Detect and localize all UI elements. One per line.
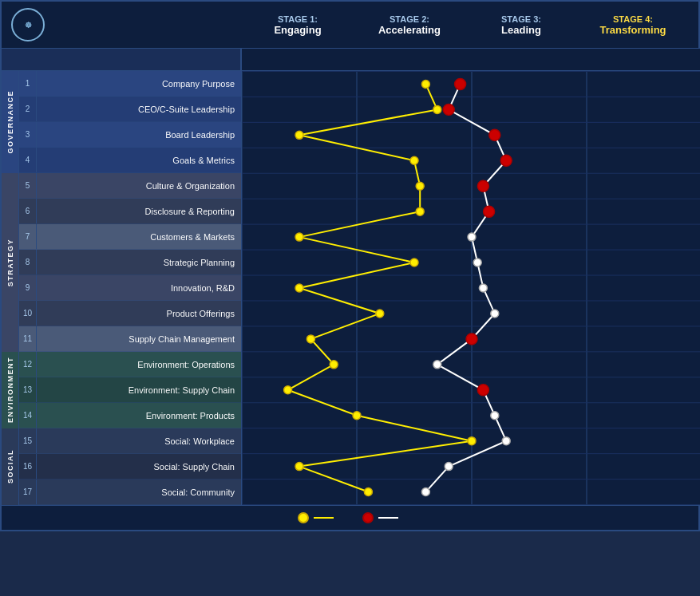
table-row: 15Social: Workplace (19, 428, 241, 454)
svg-point-52 (477, 385, 488, 396)
svg-point-43 (500, 155, 512, 166)
stage-header-2: STAGE 2: Accelerating (354, 11, 465, 39)
stage-header-3: STAGE 3: Leading (465, 11, 577, 39)
svg-point-39 (364, 488, 372, 496)
section-label-strategy: Strategy (2, 173, 19, 352)
table-row: 9Innovation, R&D (19, 275, 241, 301)
section-rows-governance: 1Company Purpose2CEO/C-Suite Leadership3… (19, 71, 241, 173)
row-label: Customers & Markets (37, 232, 241, 242)
svg-point-40 (455, 78, 466, 89)
stage-header-1: STAGE 1: Engaging (242, 11, 354, 39)
table-row: 11Supply Chain Management (19, 326, 241, 352)
svg-point-28 (416, 207, 424, 215)
table-row: 8Strategic Planning (19, 250, 241, 275)
row-number: 1 (19, 71, 37, 96)
svg-point-42 (489, 129, 500, 140)
section-label-governance: Governance (2, 71, 19, 173)
table-row: 7Customers & Markets (19, 224, 241, 250)
svg-point-46 (468, 233, 476, 241)
table-row: 12Environment: Operations (19, 352, 241, 377)
legend (2, 505, 698, 530)
section-strategy: Strategy5Culture & Organization6Disclosu… (2, 173, 241, 352)
svg-point-47 (473, 259, 481, 266)
svg-point-37 (468, 437, 476, 445)
section-rows-social: 15Social: Workplace16Social: Supply Chai… (19, 428, 241, 505)
svg-point-26 (410, 156, 418, 164)
left-panel: Governance1Company Purpose2CEO/C-Suite L… (2, 49, 241, 505)
svg-point-32 (376, 310, 384, 318)
svg-point-30 (410, 259, 418, 266)
svg-point-48 (479, 284, 487, 292)
legend-abc (298, 512, 338, 523)
section-label-environment: Environment (2, 352, 19, 428)
row-number: 3 (19, 122, 37, 147)
stage-label-1: STAGE 1: (242, 14, 354, 24)
row-label: Environment: Operations (37, 360, 241, 369)
section-rows-environment: 12Environment: Operations13Environment: … (19, 352, 241, 428)
row-label: Supply Chain Management (37, 334, 241, 344)
table-row: 16Social: Supply Chain (19, 454, 241, 480)
row-label: Environment: Supply Chain (37, 385, 241, 395)
legend-abc-line (314, 517, 334, 519)
svg-point-24 (433, 105, 441, 113)
legend-top10-line (378, 517, 398, 519)
stage-header-4: STAGE 4: Transforming (577, 11, 689, 39)
table-row: 17Social: Community (19, 480, 241, 505)
row-number: 5 (19, 173, 37, 198)
table-row: 1Company Purpose (19, 71, 241, 97)
legend-abc-dot (298, 512, 309, 523)
row-number: 9 (19, 275, 37, 300)
svg-point-45 (484, 206, 495, 217)
table-row: 3Board Leadership (19, 122, 241, 148)
table-row: 4Goals & Metrics (19, 148, 241, 173)
section-rows-strategy: 5Culture & Organization6Disclosure & Rep… (19, 173, 241, 352)
row-label: Goals & Metrics (37, 156, 241, 165)
svg-point-23 (421, 80, 429, 88)
row-label: CEO/C-Suite Leadership (37, 105, 241, 114)
section-environment: Environment12Environment: Operations13En… (2, 352, 241, 428)
row-number: 7 (19, 224, 37, 249)
svg-point-51 (433, 361, 441, 369)
svg-point-44 (477, 180, 488, 191)
row-number: 15 (19, 428, 37, 453)
table-row: 5Culture & Organization (19, 173, 241, 199)
stage-label-3: STAGE 3: (465, 14, 577, 24)
stage-name-4: Transforming (577, 24, 689, 36)
row-label: Company Purpose (37, 79, 241, 89)
legend-top10 (362, 512, 403, 523)
svg-point-49 (491, 310, 499, 318)
row-number: 17 (19, 480, 37, 504)
row-label: Social: Workplace (37, 436, 241, 446)
svg-point-27 (416, 182, 424, 190)
logo: ☸ (11, 8, 45, 41)
section-label-social: Social (2, 428, 19, 505)
svg-point-33 (306, 335, 314, 343)
row-number: 6 (19, 199, 37, 223)
row-label: Environment: Products (37, 411, 241, 420)
chart-area (241, 49, 700, 505)
svg-point-54 (502, 437, 510, 445)
svg-point-50 (466, 334, 477, 345)
svg-point-31 (295, 284, 303, 292)
row-label: Disclosure & Reporting (37, 207, 241, 216)
table-row: 2CEO/C-Suite Leadership (19, 97, 241, 122)
stage-name-3: Leading (465, 24, 577, 36)
row-number: 14 (19, 403, 37, 428)
table-row: 6Disclosure & Reporting (19, 199, 241, 224)
row-number: 2 (19, 97, 37, 121)
logo-icon: ☸ (25, 21, 32, 30)
stage-label-2: STAGE 2: (354, 14, 465, 24)
svg-point-35 (284, 386, 292, 394)
row-number: 12 (19, 352, 37, 377)
chart-header-spacer (242, 49, 700, 71)
row-number: 4 (19, 148, 37, 172)
svg-point-53 (491, 412, 499, 420)
row-label: Culture & Organization (37, 181, 241, 191)
svg-point-29 (295, 233, 303, 241)
svg-point-34 (330, 361, 338, 369)
row-label: Board Leadership (37, 130, 241, 140)
table-row: 14Environment: Products (19, 403, 241, 428)
stage-name-1: Engaging (242, 24, 354, 36)
stage-label-4: STAGE 4: (577, 14, 689, 24)
stage-headers: STAGE 1: Engaging STAGE 2: Accelerating … (242, 11, 689, 39)
